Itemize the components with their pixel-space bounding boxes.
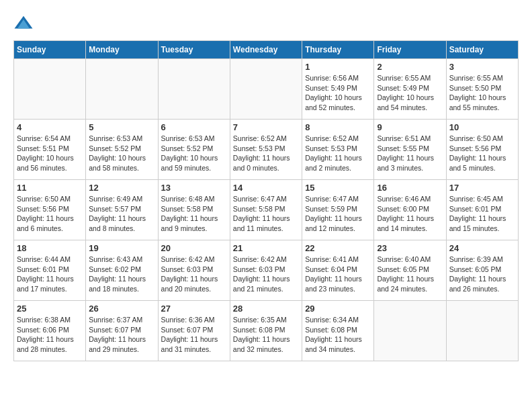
sun-info: Sunrise: 6:52 AM Sunset: 5:53 PM Dayligh…	[233, 134, 299, 173]
sun-info: Sunrise: 6:55 AM Sunset: 5:49 PM Dayligh…	[377, 73, 443, 113]
calendar-cell	[230, 59, 302, 120]
sun-info: Sunrise: 6:50 AM Sunset: 5:56 PM Dayligh…	[449, 134, 515, 173]
sunset-text: Sunset: 6:08 PM	[305, 326, 357, 334]
calendar-cell: 1 Sunrise: 6:56 AM Sunset: 5:49 PM Dayli…	[302, 59, 374, 120]
sunset-text: Sunset: 5:53 PM	[305, 144, 357, 152]
calendar-cell: 15 Sunrise: 6:47 AM Sunset: 5:59 PM Dayl…	[302, 180, 374, 240]
day-number: 13	[161, 183, 227, 193]
day-number: 2	[377, 62, 443, 72]
sunset-text: Sunset: 6:07 PM	[161, 326, 214, 334]
sunrise-text: Sunrise: 6:37 AM	[89, 316, 142, 324]
sunset-text: Sunset: 5:56 PM	[17, 205, 69, 213]
sunrise-text: Sunrise: 6:53 AM	[161, 134, 215, 142]
sunrise-text: Sunrise: 6:39 AM	[449, 255, 503, 263]
sunset-text: Sunset: 5:52 PM	[89, 144, 141, 152]
sunset-text: Sunset: 5:50 PM	[449, 84, 502, 92]
calendar-cell: 29 Sunrise: 6:34 AM Sunset: 6:08 PM Dayl…	[302, 301, 374, 361]
calendar-cell: 13 Sunrise: 6:48 AM Sunset: 5:58 PM Dayl…	[158, 180, 230, 240]
day-number: 8	[305, 122, 371, 132]
day-number: 10	[449, 122, 515, 132]
calendar-cell	[14, 59, 86, 120]
daylight-text: Daylight: 11 hours and 0 minutes.	[233, 154, 290, 172]
day-number: 25	[17, 304, 83, 314]
sunrise-text: Sunrise: 6:45 AM	[449, 195, 503, 203]
calendar-cell: 12 Sunrise: 6:49 AM Sunset: 5:57 PM Dayl…	[86, 180, 158, 240]
daylight-text: Daylight: 11 hours and 17 minutes.	[17, 275, 74, 293]
day-number: 16	[377, 183, 443, 193]
sunset-text: Sunset: 6:01 PM	[449, 205, 502, 213]
sunrise-text: Sunrise: 6:43 AM	[89, 255, 142, 263]
sunset-text: Sunset: 5:51 PM	[17, 144, 69, 152]
sun-info: Sunrise: 6:54 AM Sunset: 5:51 PM Dayligh…	[17, 134, 83, 173]
sunrise-text: Sunrise: 6:48 AM	[161, 195, 215, 203]
sun-info: Sunrise: 6:45 AM Sunset: 6:01 PM Dayligh…	[449, 194, 515, 234]
calendar-cell	[374, 301, 446, 361]
daylight-text: Daylight: 11 hours and 3 minutes.	[377, 154, 434, 172]
sunset-text: Sunset: 6:02 PM	[89, 265, 141, 273]
sunrise-text: Sunrise: 6:52 AM	[305, 134, 359, 142]
daylight-text: Daylight: 10 hours and 52 minutes.	[305, 93, 362, 111]
calendar-cell: 6 Sunrise: 6:53 AM Sunset: 5:52 PM Dayli…	[158, 120, 230, 180]
sunrise-text: Sunrise: 6:35 AM	[233, 316, 287, 324]
day-number: 23	[377, 243, 443, 253]
sunrise-text: Sunrise: 6:51 AM	[377, 134, 431, 142]
sunrise-text: Sunrise: 6:47 AM	[305, 195, 359, 203]
calendar-cell: 24 Sunrise: 6:39 AM Sunset: 6:05 PM Dayl…	[446, 240, 518, 301]
logo-icon	[13, 13, 34, 34]
sunrise-text: Sunrise: 6:41 AM	[305, 255, 359, 263]
sun-info: Sunrise: 6:44 AM Sunset: 6:01 PM Dayligh…	[17, 255, 83, 294]
calendar-cell: 28 Sunrise: 6:35 AM Sunset: 6:08 PM Dayl…	[230, 301, 302, 361]
daylight-text: Daylight: 11 hours and 2 minutes.	[305, 154, 362, 172]
weekday-header: Sunday	[14, 41, 86, 59]
sunset-text: Sunset: 6:00 PM	[377, 205, 429, 213]
calendar-cell	[86, 59, 158, 120]
sunrise-text: Sunrise: 6:42 AM	[233, 255, 287, 263]
sun-info: Sunrise: 6:48 AM Sunset: 5:58 PM Dayligh…	[161, 194, 227, 234]
daylight-text: Daylight: 11 hours and 14 minutes.	[377, 214, 434, 232]
calendar-cell: 10 Sunrise: 6:50 AM Sunset: 5:56 PM Dayl…	[446, 120, 518, 180]
sunrise-text: Sunrise: 6:56 AM	[305, 74, 359, 82]
daylight-text: Daylight: 10 hours and 59 minutes.	[161, 154, 218, 172]
sun-info: Sunrise: 6:46 AM Sunset: 6:00 PM Dayligh…	[377, 194, 443, 234]
calendar-cell: 18 Sunrise: 6:44 AM Sunset: 6:01 PM Dayl…	[14, 240, 86, 301]
calendar-cell: 26 Sunrise: 6:37 AM Sunset: 6:07 PM Dayl…	[86, 301, 158, 361]
daylight-text: Daylight: 11 hours and 28 minutes.	[17, 335, 74, 353]
sunset-text: Sunset: 5:55 PM	[377, 144, 429, 152]
day-number: 1	[305, 62, 371, 72]
day-number: 11	[17, 183, 83, 193]
logo	[13, 13, 36, 34]
day-number: 22	[305, 243, 371, 253]
weekday-header: Friday	[374, 41, 446, 59]
weekday-header: Tuesday	[158, 41, 230, 59]
calendar-week-row: 4 Sunrise: 6:54 AM Sunset: 5:51 PM Dayli…	[14, 120, 519, 180]
daylight-text: Daylight: 10 hours and 54 minutes.	[377, 93, 434, 111]
calendar-cell: 7 Sunrise: 6:52 AM Sunset: 5:53 PM Dayli…	[230, 120, 302, 180]
calendar-table: SundayMondayTuesdayWednesdayThursdayFrid…	[13, 40, 519, 361]
sun-info: Sunrise: 6:47 AM Sunset: 5:59 PM Dayligh…	[305, 194, 371, 234]
daylight-text: Daylight: 11 hours and 18 minutes.	[89, 275, 146, 293]
day-number: 9	[377, 122, 443, 132]
daylight-text: Daylight: 11 hours and 5 minutes.	[449, 154, 506, 172]
sun-info: Sunrise: 6:39 AM Sunset: 6:05 PM Dayligh…	[449, 255, 515, 294]
sunrise-text: Sunrise: 6:40 AM	[377, 255, 431, 263]
daylight-text: Daylight: 11 hours and 31 minutes.	[161, 335, 218, 353]
sun-info: Sunrise: 6:55 AM Sunset: 5:50 PM Dayligh…	[449, 73, 515, 113]
sun-info: Sunrise: 6:53 AM Sunset: 5:52 PM Dayligh…	[161, 134, 227, 173]
weekday-header: Thursday	[302, 41, 374, 59]
day-number: 4	[17, 122, 83, 132]
day-number: 29	[305, 304, 371, 314]
day-number: 21	[233, 243, 299, 253]
sun-info: Sunrise: 6:42 AM Sunset: 6:03 PM Dayligh…	[161, 255, 227, 294]
calendar-week-row: 18 Sunrise: 6:44 AM Sunset: 6:01 PM Dayl…	[14, 240, 519, 301]
sunset-text: Sunset: 6:03 PM	[161, 265, 214, 273]
daylight-text: Daylight: 11 hours and 34 minutes.	[305, 335, 362, 353]
calendar-cell: 27 Sunrise: 6:36 AM Sunset: 6:07 PM Dayl…	[158, 301, 230, 361]
calendar-cell: 4 Sunrise: 6:54 AM Sunset: 5:51 PM Dayli…	[14, 120, 86, 180]
sun-info: Sunrise: 6:49 AM Sunset: 5:57 PM Dayligh…	[89, 194, 154, 234]
daylight-text: Daylight: 11 hours and 20 minutes.	[161, 275, 218, 293]
sun-info: Sunrise: 6:38 AM Sunset: 6:06 PM Dayligh…	[17, 315, 83, 355]
sunset-text: Sunset: 6:03 PM	[233, 265, 285, 273]
sun-info: Sunrise: 6:41 AM Sunset: 6:04 PM Dayligh…	[305, 255, 371, 294]
sun-info: Sunrise: 6:37 AM Sunset: 6:07 PM Dayligh…	[89, 315, 154, 355]
day-number: 27	[161, 304, 227, 314]
